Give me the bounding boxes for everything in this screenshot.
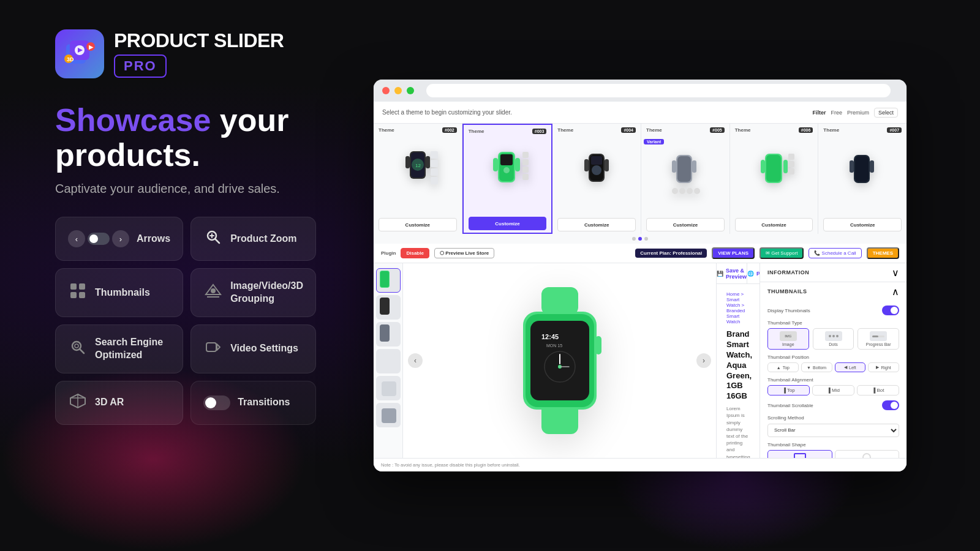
free-label[interactable]: Free [831, 110, 842, 116]
headline-main: Showcase your products. [55, 103, 289, 173]
dot-3[interactable] [644, 237, 648, 241]
feature-thumbnails[interactable]: Thumbnails [55, 268, 183, 317]
pos-right[interactable]: ▶Right [868, 362, 899, 372]
thumb-2[interactable] [376, 295, 401, 320]
svg-rect-32 [431, 151, 438, 159]
customize-btn-006[interactable]: Customize [735, 218, 813, 231]
svg-rect-77 [382, 408, 396, 423]
arrows-label: Arrows [137, 233, 170, 246]
product-description: Lorem Ipsum is simply dummy text of the … [726, 405, 750, 458]
filter-label[interactable]: Filter [812, 110, 826, 116]
svg-point-56 [672, 188, 678, 194]
shape-round[interactable]: Round [835, 450, 900, 459]
arrow-right[interactable]: › [112, 230, 129, 247]
carousel-dots [374, 234, 907, 244]
type-progress-bar[interactable]: Progress Bar [858, 328, 899, 350]
scrollable-toggle[interactable] [882, 400, 899, 410]
theme-card-004[interactable]: Theme #004 [552, 124, 641, 234]
feature-seo[interactable]: Search Engine Optimized [55, 324, 183, 373]
svg-rect-50 [591, 156, 602, 165]
left-panel: 3D ▶ PRODUCT SLIDER PRO Showcase your pr… [0, 0, 318, 551]
select-label[interactable]: Select [874, 108, 898, 118]
svg-rect-65 [788, 161, 794, 167]
next-image-arrow[interactable]: › [696, 353, 711, 368]
feature-transitions[interactable]: Transitions [190, 381, 316, 425]
feature-arrows[interactable]: ‹ › Arrows [55, 217, 183, 261]
seo-label: Search Engine Optimized [95, 336, 170, 362]
thumb-6[interactable] [376, 403, 401, 427]
pos-bottom[interactable]: ▼Bottom [801, 362, 832, 372]
customize-btn-007[interactable]: Customize [823, 218, 902, 231]
svg-rect-29 [426, 156, 430, 168]
preview-btn[interactable]: ⬡ Preview Live Store [434, 248, 494, 258]
prev-image-arrow[interactable]: ‹ [408, 353, 423, 368]
pos-left[interactable]: ◀Left [835, 362, 866, 372]
theme-card-006[interactable]: Theme #006 [730, 124, 819, 234]
theme-card-002[interactable]: Theme #002 12 [374, 124, 462, 234]
svg-rect-14 [79, 283, 85, 290]
theme-card-003[interactable]: Theme #003 [462, 124, 553, 234]
round-icon [862, 453, 871, 459]
dot-2[interactable] [638, 237, 642, 241]
save-publish-bar: 💾 Save & Preview 🌐 Publish [717, 263, 760, 284]
browser-window: Select a theme to begin customizing your… [374, 80, 907, 471]
theme-card-005[interactable]: Theme #005 Variant [641, 124, 730, 234]
premium-label[interactable]: Premium [847, 110, 869, 116]
svg-rect-53 [677, 156, 691, 182]
svg-text:12: 12 [415, 163, 421, 168]
get-support-btn[interactable]: ✉ Get Support [760, 247, 804, 259]
themes-btn[interactable]: THEMES [867, 247, 899, 259]
pos-top[interactable]: ▲Top [767, 362, 799, 372]
feature-product-zoom[interactable]: Product Zoom [190, 217, 316, 261]
publish-btn[interactable]: 🌐 Publish [747, 263, 760, 283]
dot-1[interactable] [632, 237, 636, 241]
align-middle[interactable]: ▐ Mid [812, 385, 854, 395]
thumb-4[interactable] [376, 349, 401, 373]
arrows-toggle[interactable] [88, 233, 110, 245]
schedule-call-btn[interactable]: 📞 Schedule a Call [809, 248, 861, 258]
feature-image-video-3d[interactable]: Image/Video/3D Grouping [190, 268, 316, 317]
logo-area: 3D ▶ PRODUCT SLIDER PRO [55, 29, 289, 78]
scrolling-method-select[interactable]: Scroll Bar Drag [767, 424, 899, 437]
customize-btn-005[interactable]: Customize [646, 218, 725, 231]
image-video-3d-label: Image/Video/3D Grouping [230, 280, 303, 305]
thumbnails-icon [68, 282, 88, 303]
svg-point-41 [503, 167, 510, 173]
display-thumbnails-toggle[interactable] [882, 305, 899, 315]
customize-btn-004[interactable]: Customize [557, 218, 636, 231]
view-plans-btn[interactable]: VIEW PLANS [712, 247, 755, 259]
type-dots[interactable]: Dots [813, 328, 854, 350]
arrow-left[interactable]: ‹ [68, 230, 85, 247]
align-bottom[interactable]: ▐ Bot [857, 385, 899, 395]
customize-btn-002[interactable]: Customize [379, 218, 457, 231]
align-top[interactable]: ▐ Top [767, 385, 810, 395]
thumbnail-position-label: Thumbnail Position [767, 354, 899, 360]
thumbnail-position-options: ▲Top ▼Bottom ◀Left ▶Right [767, 362, 899, 372]
svg-rect-42 [522, 152, 529, 158]
svg-text:12:45: 12:45 [541, 333, 559, 340]
thumbnails-header[interactable]: THUMBNAILS ∧ [760, 282, 907, 301]
theme-card-007[interactable]: Theme #007 Customize [818, 124, 907, 234]
right-panel: Select a theme to begin customizing your… [318, 0, 980, 551]
thumb-5[interactable] [376, 376, 401, 400]
pro-badge-text: PRO [124, 58, 157, 74]
transitions-toggle[interactable] [203, 395, 230, 410]
save-preview-btn[interactable]: 💾 Save & Preview [717, 263, 747, 283]
thumb-1[interactable] [376, 268, 401, 293]
information-header[interactable]: INFORMATION ∨ [760, 263, 907, 282]
headline-sub: Captivate your audience, and drive sales… [55, 180, 289, 197]
type-image[interactable]: IMG Image [767, 328, 809, 350]
transitions-label: Transitions [238, 396, 290, 409]
thumb-3[interactable] [376, 322, 401, 347]
svg-rect-64 [788, 154, 794, 160]
customize-btn-003[interactable]: Customize [469, 217, 547, 230]
information-chevron: ∨ [892, 267, 899, 279]
plugin-label: Plugin [381, 250, 396, 256]
svg-rect-78 [541, 287, 578, 315]
svg-point-57 [679, 188, 685, 194]
shape-boxed[interactable]: Boxed [767, 450, 832, 459]
disable-btn[interactable]: Disable [401, 248, 429, 258]
product-preview: ‹ [374, 263, 717, 458]
feature-video-settings[interactable]: Video Settings [190, 324, 316, 373]
feature-3d-ar[interactable]: 3D AR [55, 381, 183, 425]
